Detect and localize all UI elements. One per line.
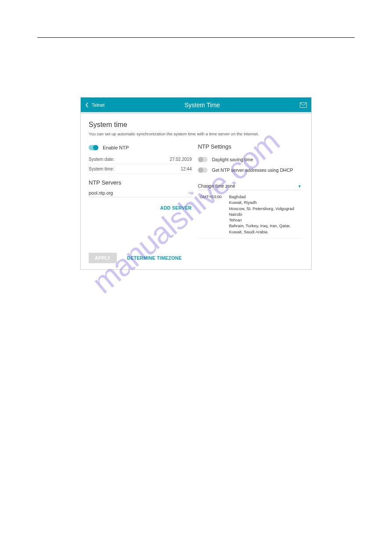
back-label: Telnet — [92, 102, 104, 108]
tz-city-line: Baghdad — [229, 194, 299, 200]
content-area: System time You can set up automatic syn… — [81, 113, 311, 269]
clear-server-icon[interactable]: × — [187, 190, 191, 196]
dst-toggle[interactable] — [198, 157, 208, 162]
titlebar: Telnet System Time — [81, 98, 311, 112]
tz-city-line: Nairobi — [229, 211, 299, 217]
change-timezone-select[interactable]: Change time zone ▾ — [198, 175, 301, 190]
dhcp-row: Get NTP server addresses using DHCP — [198, 165, 301, 175]
system-time-label: System time: — [89, 167, 114, 171]
apply-button[interactable]: APPLY — [89, 253, 117, 263]
page-top-rule — [37, 37, 355, 38]
ntp-server-input-row: pool.ntp.org × — [89, 189, 192, 197]
system-date-row: System date: 27.02.2019 — [89, 155, 192, 164]
timezone-cities[interactable]: Baghdad Kuwait, Riyadh Moscow, St. Peter… — [229, 194, 299, 235]
system-time-row: System time: 12:44 — [89, 164, 192, 174]
dhcp-toggle[interactable] — [198, 167, 208, 173]
ntp-servers-heading: NTP Servers — [89, 179, 192, 186]
enable-ntp-toggle[interactable] — [89, 145, 98, 150]
ntp-server-input[interactable]: pool.ntp.org — [89, 190, 113, 196]
dhcp-label: Get NTP server addresses using DHCP — [212, 167, 293, 173]
mail-icon — [300, 102, 307, 108]
section-heading: System time — [89, 121, 303, 129]
determine-timezone-button[interactable]: DETERMINE TIMEZONE — [121, 253, 188, 263]
system-time-value: 12:44 — [181, 167, 192, 171]
timezone-dropdown-panel: GMT+03:00 Baghdad Kuwait, Riyadh Moscow,… — [198, 190, 301, 239]
tz-city-line: Moscow, St. Petersburg, Volgograd — [229, 206, 299, 211]
system-date-value: 27.02.2019 — [170, 157, 192, 162]
footer-actions: APPLY DETERMINE TIMEZONE — [89, 253, 303, 263]
titlebar-title: System Time — [184, 102, 220, 109]
add-server-button[interactable]: ADD SERVER — [89, 205, 192, 210]
enable-ntp-row: Enable NTP — [89, 143, 192, 155]
left-column: Enable NTP System date: 27.02.2019 Syste… — [89, 143, 192, 239]
section-description: You can set up automatic synchronization… — [89, 131, 303, 136]
ntp-settings-heading: NTP Settings — [198, 143, 301, 150]
system-time-panel: Telnet System Time System time You can s… — [80, 97, 312, 270]
system-date-label: System date: — [89, 157, 114, 162]
dst-label: Daylight saving time — [212, 157, 253, 162]
right-column: NTP Settings Daylight saving time Get NT… — [198, 143, 301, 239]
two-column-layout: Enable NTP System date: 27.02.2019 Syste… — [89, 143, 303, 239]
dst-row: Daylight saving time — [198, 154, 301, 165]
tz-city-line: Kuwait, Riyadh — [229, 200, 299, 205]
tz-city-line: Bahrain, Turkey, Iraq, Iran, Qatar, Kuwa… — [229, 223, 299, 235]
enable-ntp-label: Enable NTP — [103, 145, 129, 150]
change-timezone-label: Change time zone — [198, 183, 235, 189]
caret-down-icon: ▾ — [298, 184, 301, 189]
back-link[interactable]: Telnet — [85, 102, 104, 108]
chevron-left-icon — [85, 102, 89, 108]
tz-city-line: Tehran — [229, 217, 299, 223]
mail-button[interactable] — [300, 102, 307, 108]
timezone-offset: GMT+03:00 — [200, 194, 224, 235]
